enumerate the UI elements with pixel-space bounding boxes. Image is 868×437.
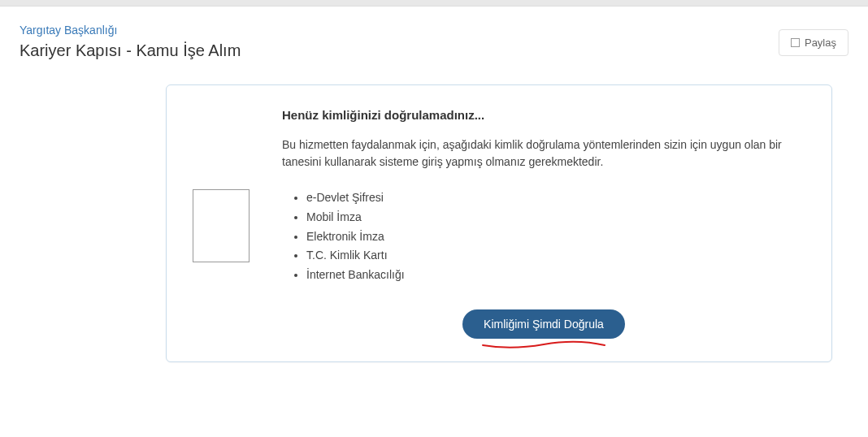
main-container: Yargıtay Başkanlığı Kariyer Kapısı - Kam…	[0, 6, 868, 437]
top-bar	[0, 0, 868, 6]
page-title: Kariyer Kapısı - Kamu İşe Alım	[20, 41, 848, 60]
verify-identity-button[interactable]: Kimliğimi Şimdi Doğrula	[462, 309, 625, 339]
list-item: e-Devlet Şifresi	[306, 188, 805, 208]
list-item: T.C. Kimlik Kartı	[306, 246, 805, 266]
share-icon	[791, 38, 800, 47]
breadcrumb-link[interactable]: Yargıtay Başkanlığı	[20, 24, 117, 37]
card-description: Bu hizmetten faydalanmak için, aşağıdaki…	[282, 136, 805, 171]
share-button[interactable]: Paylaş	[779, 29, 848, 56]
content-area: Henüz kimliğinizi doğrulamadınız... Bu h…	[166, 84, 832, 362]
auth-card: Henüz kimliğinizi doğrulamadınız... Bu h…	[166, 84, 832, 362]
card-heading: Henüz kimliğinizi doğrulamadınız...	[282, 108, 805, 122]
card-content: Henüz kimliğinizi doğrulamadınız... Bu h…	[282, 108, 805, 339]
list-item: İnternet Bankacılığı	[306, 266, 805, 285]
share-label: Paylaş	[805, 37, 836, 49]
list-item: Elektronik İmza	[306, 227, 805, 247]
header-section: Yargıtay Başkanlığı Kariyer Kapısı - Kam…	[20, 23, 848, 60]
list-item: Mobil İmza	[306, 208, 805, 227]
auth-methods-list: e-Devlet Şifresi Mobil İmza Elektronik İ…	[282, 188, 805, 285]
annotation-underline	[479, 340, 609, 353]
verify-button-wrapper: Kimliğimi Şimdi Doğrula	[282, 309, 805, 339]
image-placeholder	[193, 189, 250, 262]
